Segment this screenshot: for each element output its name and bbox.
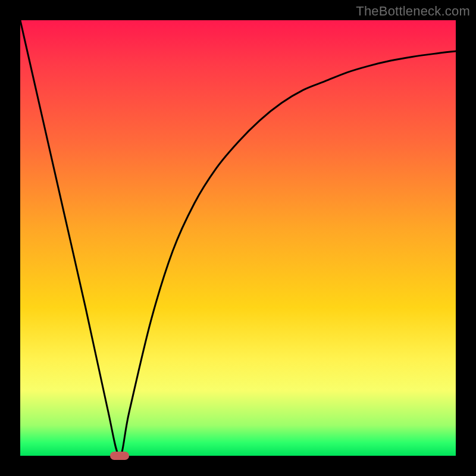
optimal-point-marker [110, 452, 129, 460]
watermark-text: TheBottleneck.com [356, 4, 470, 19]
plot-area [20, 20, 456, 456]
chart-frame: TheBottleneck.com [0, 0, 476, 476]
bottleneck-curve [20, 20, 456, 456]
